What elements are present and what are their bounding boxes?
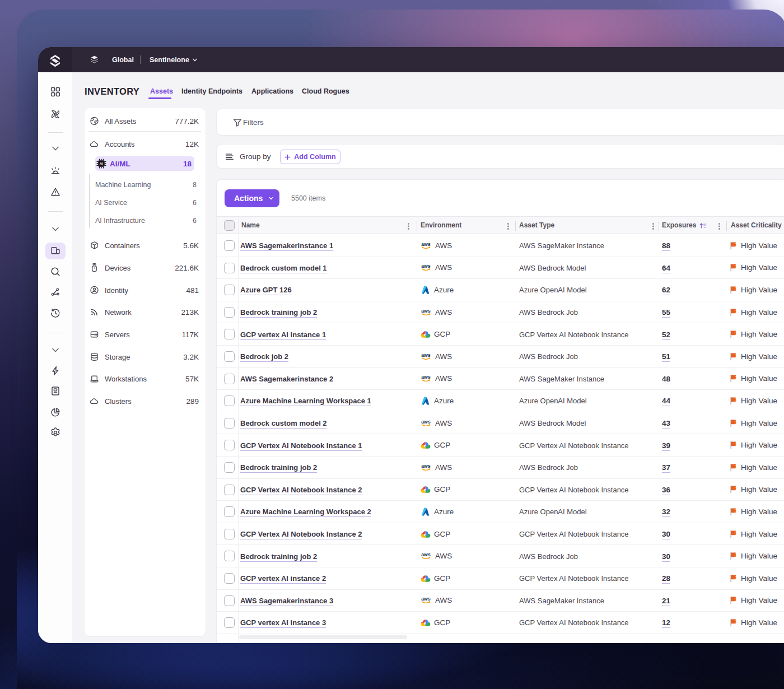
svg-text:aws: aws	[421, 552, 431, 557]
svg-text:aws: aws	[421, 596, 431, 602]
svg-text:aws: aws	[421, 352, 431, 358]
svg-text:aws: aws	[421, 263, 431, 269]
svg-text:aws: aws	[421, 374, 431, 380]
svg-text:aws: aws	[421, 308, 431, 314]
svg-text:aws: aws	[421, 241, 431, 247]
svg-text:AI: AI	[100, 162, 103, 165]
svg-text:aws: aws	[421, 418, 431, 424]
svg-text:aws: aws	[421, 463, 431, 469]
